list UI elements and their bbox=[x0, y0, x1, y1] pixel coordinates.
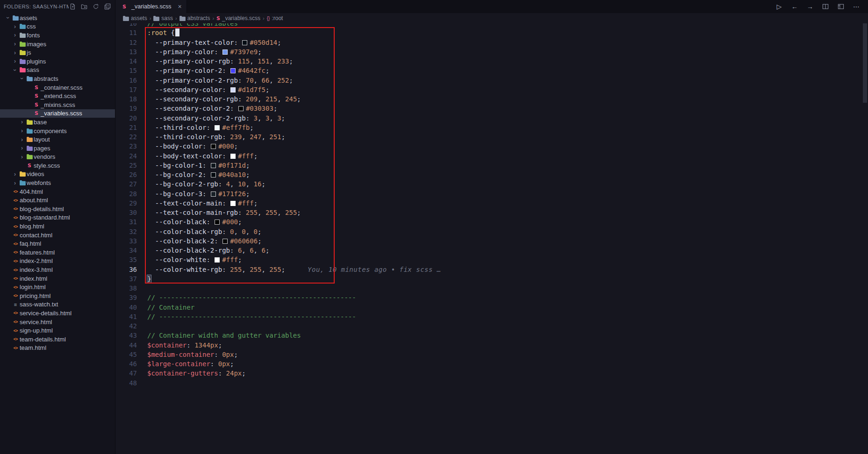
breadcrumb-item-assets[interactable]: assets bbox=[123, 15, 147, 21]
html-file-icon: <> bbox=[11, 337, 20, 341]
line-number: 45 bbox=[115, 350, 137, 359]
tree-folder-images[interactable]: ›images bbox=[0, 40, 115, 49]
tree-folder-webfonts[interactable]: ›webfonts bbox=[0, 178, 115, 187]
line-content: --secondary-color-2: #030303; bbox=[147, 104, 277, 113]
tree-file-about-html[interactable]: <>about.html bbox=[0, 196, 115, 205]
tree-file--variables-scss[interactable]: S_variables.scss bbox=[0, 109, 115, 118]
line-number: 24 bbox=[115, 151, 137, 161]
tree-file-team-details-html[interactable]: <>team-details.html bbox=[0, 335, 115, 344]
color-swatch[interactable] bbox=[238, 106, 244, 111]
color-swatch[interactable] bbox=[215, 125, 220, 130]
folder-icon bbox=[18, 33, 27, 38]
new-folder-icon[interactable] bbox=[80, 3, 88, 10]
line-number: 42 bbox=[115, 321, 137, 331]
color-swatch[interactable] bbox=[230, 87, 236, 92]
breadcrumb-item--root[interactable]: {}:root bbox=[267, 15, 283, 21]
tree-file-blog-html[interactable]: <>blog.html bbox=[0, 222, 115, 231]
new-file-icon[interactable] bbox=[69, 3, 76, 10]
tree-folder-abstracts[interactable]: ›abstracts bbox=[0, 74, 115, 83]
chevron-right-icon: › bbox=[12, 32, 18, 38]
color-swatch[interactable] bbox=[215, 220, 220, 225]
tree-file-pricing-html[interactable]: <>pricing.html bbox=[0, 291, 115, 300]
tree-file-features-html[interactable]: <>features.html bbox=[0, 248, 115, 257]
tree-folder-plugins[interactable]: ›plugins bbox=[0, 57, 115, 66]
breadcrumb-item--variables-scss[interactable]: S_variables.scss bbox=[216, 15, 260, 21]
refresh-explorer-icon[interactable] bbox=[92, 3, 100, 10]
tree-file-404-html[interactable]: <>404.html bbox=[0, 187, 115, 196]
line-number: 31 bbox=[115, 217, 137, 227]
tree-folder-fonts[interactable]: ›fonts bbox=[0, 31, 115, 40]
tree-file-sign-up-html[interactable]: <>sign-up.html bbox=[0, 326, 115, 335]
tree-file-contact-html[interactable]: <>contact.html bbox=[0, 231, 115, 240]
color-swatch[interactable] bbox=[230, 201, 236, 206]
editor-scrollbar-thumb[interactable] bbox=[863, 23, 867, 103]
tree-folder-layout[interactable]: ›layout bbox=[0, 135, 115, 144]
customize-layout-icon[interactable] bbox=[837, 2, 845, 11]
tree-file-index-3-html[interactable]: <>index-3.html bbox=[0, 265, 115, 274]
color-swatch[interactable] bbox=[211, 144, 216, 149]
breadcrumb-item-sass[interactable]: sass bbox=[153, 15, 173, 21]
html-file-icon: <> bbox=[11, 259, 20, 263]
color-swatch[interactable] bbox=[230, 68, 236, 73]
tree-file-blog-standard-html[interactable]: <>blog-standard.html bbox=[0, 213, 115, 222]
tree-item-label: base bbox=[34, 119, 47, 126]
collapse-folders-icon[interactable] bbox=[104, 3, 111, 10]
sass-file-icon: S bbox=[32, 93, 41, 99]
line-content: --color-black: #000; bbox=[147, 217, 242, 227]
tree-file-service-details-html[interactable]: <>service-details.html bbox=[0, 309, 115, 318]
tree-file-index-html[interactable]: <>index.html bbox=[0, 274, 115, 283]
tree-folder-components[interactable]: ›components bbox=[0, 127, 115, 135]
code-editor[interactable]: 10// Output CSS variables11:root {12 --p… bbox=[115, 23, 868, 454]
chevron-right-icon: › bbox=[12, 23, 18, 30]
code-line: 21 --third-color: #eff7fb; bbox=[115, 123, 868, 132]
tree-file-team-html[interactable]: <>team.html bbox=[0, 344, 115, 353]
code-line: 35 --color-white: #fff; bbox=[115, 255, 868, 264]
tree-folder-sass[interactable]: ›sass bbox=[0, 66, 115, 75]
color-swatch[interactable] bbox=[222, 50, 228, 55]
tree-folder-vendors[interactable]: ›vendors bbox=[0, 153, 115, 162]
tree-item-label: index-3.html bbox=[20, 266, 53, 273]
html-file-icon: <> bbox=[11, 276, 20, 281]
line-content: --color-white: #fff; bbox=[147, 255, 242, 264]
color-swatch[interactable] bbox=[215, 257, 220, 262]
more-actions-icon[interactable]: ⋯ bbox=[852, 2, 861, 11]
color-swatch[interactable] bbox=[242, 40, 247, 45]
tree-file-login-html[interactable]: <>login.html bbox=[0, 283, 115, 291]
tree-folder-pages[interactable]: ›pages bbox=[0, 144, 115, 153]
tree-item-label: plugins bbox=[27, 58, 46, 65]
close-tab-icon[interactable]: × bbox=[178, 3, 181, 10]
run-icon[interactable]: ▷ bbox=[775, 2, 783, 11]
navigate-forward-icon[interactable]: → bbox=[806, 2, 814, 11]
color-swatch[interactable] bbox=[230, 154, 236, 159]
color-swatch[interactable] bbox=[211, 192, 216, 197]
tree-file--mixins-scss[interactable]: S_mixins.scss bbox=[0, 100, 115, 109]
tree-file-service-html[interactable]: <>service.html bbox=[0, 318, 115, 326]
line-content: --primary-text-color: #050d14; bbox=[147, 38, 281, 47]
chevron-right-icon: › bbox=[12, 41, 18, 47]
tree-file-index-2-html[interactable]: <>index-2.html bbox=[0, 257, 115, 266]
breadcrumb-item-abstracts[interactable]: abstracts bbox=[179, 15, 210, 21]
split-editor-icon[interactable] bbox=[821, 2, 830, 11]
tree-file-sass-watch-txt[interactable]: ≡sass-watch.txt bbox=[0, 300, 115, 309]
breadcrumb-separator: › bbox=[263, 15, 265, 21]
navigate-back-icon[interactable]: ← bbox=[790, 2, 799, 11]
tab-variables-scss[interactable]: S _variables.scss × bbox=[115, 0, 187, 13]
color-swatch[interactable] bbox=[211, 172, 216, 177]
tree-folder-base[interactable]: ›base bbox=[0, 118, 115, 127]
folder-icon bbox=[18, 59, 27, 64]
color-swatch[interactable] bbox=[211, 163, 216, 168]
tree-folder-js[interactable]: ›js bbox=[0, 48, 115, 57]
tree-file-blog-details-html[interactable]: <>blog-details.html bbox=[0, 205, 115, 213]
code-line: 32 --color-black-rgb: 0, 0, 0; bbox=[115, 227, 868, 236]
tree-file--extend-scss[interactable]: S_extend.scss bbox=[0, 92, 115, 100]
tree-folder-css[interactable]: ›css bbox=[0, 22, 115, 31]
color-swatch[interactable] bbox=[222, 239, 228, 244]
tree-file-style-scss[interactable]: Sstyle.scss bbox=[0, 161, 115, 170]
tree-folder-assets[interactable]: ›assets bbox=[0, 14, 115, 22]
code-line: 23 --body-color: #000; bbox=[115, 142, 868, 151]
tree-item-label: _container.scss bbox=[41, 84, 83, 91]
tree-folder-videos[interactable]: ›videos bbox=[0, 170, 115, 179]
folder-icon bbox=[179, 16, 186, 21]
tree-file--container-scss[interactable]: S_container.scss bbox=[0, 83, 115, 92]
tree-file-faq-html[interactable]: <>faq.html bbox=[0, 239, 115, 248]
